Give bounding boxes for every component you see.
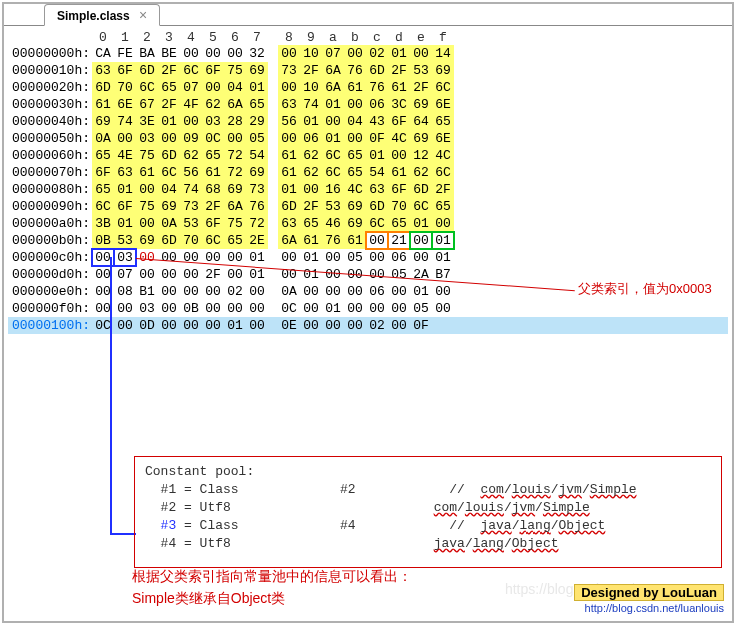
constant-pool-box: Constant pool: #1 = Class #2 // com/loui… [134, 456, 722, 568]
cp-title: Constant pool: [145, 463, 711, 481]
connector-line [110, 257, 112, 533]
hex-row: 00000040h:69743E010003282956010004436F64… [8, 113, 728, 130]
signature-main: Designed by LouLuan [574, 584, 724, 601]
hex-viewer: 0123456789abcdef 00000000h:CAFEBABE00000… [4, 26, 732, 334]
hex-row: 000000f0h:000003000B0000000C000100000005… [8, 300, 728, 317]
signature: Designed by LouLuan http://blog.csdn.net… [574, 585, 724, 615]
hex-row: 00000020h:6D706C650700040100106A6176612F… [8, 79, 728, 96]
summary-line: 根据父类索引指向常量池中的信息可以看出： [132, 565, 412, 587]
hex-row: 00000030h:616E672F4F626A6563740100063C69… [8, 96, 728, 113]
hex-row: 000000c0h:000300000000000100010005000600… [8, 249, 728, 266]
hex-row: 000000a0h:3B01000A536F7572636546696C6501… [8, 215, 728, 232]
hex-row: 00000070h:6F63616C5661726961626C65546162… [8, 164, 728, 181]
connector-line [110, 533, 136, 535]
hex-row: 00000100h:0C000D00000001000E00000002000F [8, 317, 728, 334]
main-frame: Simple.class × 0123456789abcdef 00000000… [2, 2, 734, 623]
tab-bar: Simple.class × [4, 4, 732, 26]
summary-text: 根据父类索引指向常量池中的信息可以看出： Simple类继承自Object类 [132, 565, 412, 609]
hex-row: 000000b0h:0B53696D706C652E6A617661002100… [8, 232, 728, 249]
hex-row: 00000000h:CAFEBABE0000003200100700020100… [8, 45, 728, 62]
hex-row: 00000060h:654E756D6265725461626C65010012… [8, 147, 728, 164]
hex-row: 00000080h:65010004746869730100164C636F6D… [8, 181, 728, 198]
tab-close-icon[interactable]: × [133, 7, 147, 23]
cp-entry: #1 = Class #2 // com/louis/jvm/Simple [145, 481, 711, 499]
hex-row: 00000050h:0A000300090C0005000601000F4C69… [8, 130, 728, 147]
tab-title: Simple.class [57, 9, 130, 23]
file-tab[interactable]: Simple.class × [44, 4, 160, 26]
annotation-text: 父类索引，值为0x0003 [578, 280, 712, 298]
signature-url: http://blog.csdn.net/luanlouis [585, 602, 724, 614]
hex-row: 00000090h:6C6F7569732F6A766D2F53696D706C… [8, 198, 728, 215]
hex-row: 00000010h:636F6D2F6C6F7569732F6A766D2F53… [8, 62, 728, 79]
cp-entry: #4 = Utf8 java/lang/Object [145, 535, 711, 553]
cp-entry: #2 = Utf8 com/louis/jvm/Simple [145, 499, 711, 517]
summary-line: Simple类继承自Object类 [132, 587, 412, 609]
hex-column-header: 0123456789abcdef [8, 30, 728, 45]
cp-entry: #3 = Class #4 // java/lang/Object [145, 517, 711, 535]
